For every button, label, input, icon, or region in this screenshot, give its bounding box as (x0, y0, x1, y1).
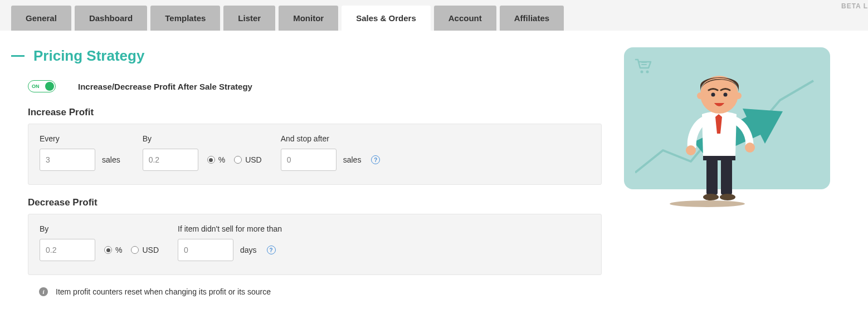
content-area: Pricing Strategy ON Increase/Decrease Pr… (0, 31, 868, 314)
decrease-unit-percent[interactable]: % (104, 246, 122, 254)
svg-rect-2 (706, 159, 718, 195)
tab-lister[interactable]: Lister (223, 6, 275, 31)
section-dash-icon (11, 55, 25, 57)
svg-rect-3 (721, 159, 732, 195)
svg-point-0 (641, 71, 643, 73)
decrease-unit-percent-label: % (115, 246, 122, 254)
increase-stop-input[interactable] (281, 149, 337, 171)
decrease-by-input[interactable] (40, 239, 95, 261)
toggle-on-label: ON (32, 84, 40, 89)
svg-point-10 (697, 92, 704, 99)
decrease-nosale-label: If item didn't sell for more than (178, 224, 282, 233)
increase-unit-usd-label: USD (245, 155, 262, 164)
toggle-knob (45, 82, 54, 91)
svg-point-11 (735, 92, 742, 99)
radio-icon (104, 246, 112, 254)
nav-tabs: General Dashboard Templates Lister Monit… (0, 6, 868, 31)
cart-icon (634, 57, 653, 74)
increase-panel: Every sales By % (28, 124, 602, 185)
increase-unit-percent[interactable]: % (207, 155, 225, 164)
shadow-ellipse (670, 200, 745, 207)
tab-general[interactable]: General (11, 6, 71, 31)
svg-point-4 (703, 194, 719, 200)
decrease-unit-usd[interactable]: USD (131, 246, 159, 254)
increase-stop-unit: sales (343, 155, 362, 164)
decrease-nosale-input[interactable] (178, 239, 233, 261)
tab-monitor[interactable]: Monitor (279, 6, 338, 31)
increase-unit-radio-group: % USD (207, 155, 262, 164)
decrease-by-label: By (40, 224, 159, 233)
tab-templates[interactable]: Templates (150, 6, 220, 31)
increase-by-label: By (143, 134, 262, 143)
tab-affiliates[interactable]: Affiliates (500, 6, 564, 31)
increase-every-input[interactable] (40, 149, 95, 171)
tab-account[interactable]: Account (434, 6, 496, 31)
svg-point-1 (646, 71, 649, 73)
info-icon: i (39, 287, 48, 296)
toggle-description: Increase/Decrease Profit After Sale Stra… (78, 82, 252, 91)
decrease-nosale-unit: days (240, 246, 257, 254)
person-icon (663, 61, 774, 206)
strategy-toggle[interactable]: ON (28, 80, 56, 92)
increase-every-label: Every (40, 134, 120, 143)
decrease-panel: By % USD (28, 214, 602, 275)
section-title: Pricing Strategy (33, 47, 144, 65)
beta-label: BETA L (841, 2, 868, 10)
increase-by-input[interactable] (143, 149, 198, 171)
increase-profit-heading: Increase Profit (11, 107, 602, 118)
radio-icon (207, 156, 215, 164)
svg-point-5 (720, 194, 735, 200)
increase-every-unit: sales (102, 155, 120, 164)
svg-point-13 (724, 93, 728, 97)
increase-unit-percent-label: % (218, 155, 225, 164)
increase-stop-label: And stop after (281, 134, 381, 143)
svg-point-8 (745, 143, 755, 153)
help-icon[interactable]: ? (371, 155, 380, 164)
radio-icon (234, 156, 242, 164)
radio-icon (131, 246, 139, 254)
note-text: Item profit counters reset when changing… (56, 287, 271, 296)
decrease-profit-heading: Decrease Profit (11, 197, 602, 208)
decrease-unit-usd-label: USD (142, 246, 159, 254)
svg-point-7 (686, 145, 696, 155)
decrease-unit-radio-group: % USD (104, 246, 159, 254)
illustration (624, 47, 830, 189)
increase-unit-usd[interactable]: USD (234, 155, 262, 164)
tab-dashboard[interactable]: Dashboard (75, 6, 147, 31)
help-icon[interactable]: ? (267, 246, 276, 254)
svg-point-12 (711, 93, 715, 97)
tab-sales-orders[interactable]: Sales & Orders (342, 6, 431, 31)
